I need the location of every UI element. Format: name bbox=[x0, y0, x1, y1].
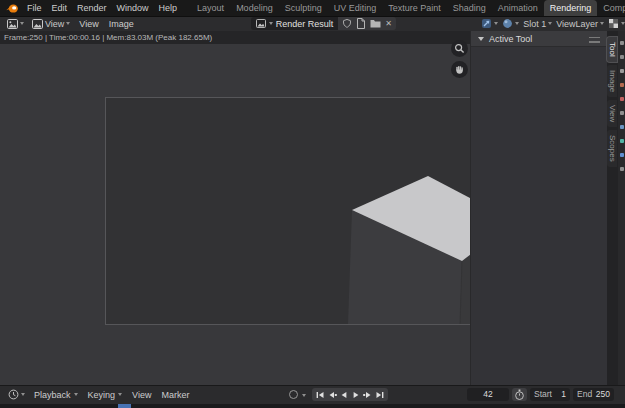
stopwatch-icon bbox=[514, 389, 525, 401]
next-keyframe-button[interactable] bbox=[362, 388, 374, 401]
keying-menu-label: Keying bbox=[88, 390, 116, 400]
tab-animation[interactable]: Animation bbox=[492, 0, 544, 16]
sidebar-tab-scopes[interactable]: Scopes bbox=[607, 130, 617, 167]
properties-tab-icon[interactable] bbox=[620, 153, 624, 157]
new-image-button[interactable] bbox=[354, 17, 368, 30]
tab-modeling[interactable]: Modeling bbox=[230, 0, 279, 16]
hand-icon bbox=[454, 64, 465, 75]
zoom-tool-button[interactable] bbox=[451, 40, 468, 57]
timeline-header: Playback Keying View Marker bbox=[0, 385, 625, 404]
chevron-down-icon bbox=[269, 22, 273, 25]
end-label: End bbox=[577, 388, 592, 401]
mode-selector[interactable]: View bbox=[28, 16, 74, 31]
properties-tab-icon[interactable] bbox=[620, 125, 624, 129]
properties-tab-icon[interactable] bbox=[620, 83, 624, 87]
main-menu-bar: File Edit Render Window Help bbox=[22, 3, 182, 13]
frame-end-field[interactable]: End 250 bbox=[573, 388, 614, 401]
display-channels-dropdown[interactable] bbox=[608, 18, 625, 29]
image-browse-field[interactable]: Render Result bbox=[251, 17, 339, 30]
panel-drag-handle-icon[interactable] bbox=[589, 37, 600, 41]
jump-to-start-button[interactable] bbox=[314, 388, 326, 401]
properties-tab-icon[interactable] bbox=[620, 97, 624, 101]
status-progress-chip bbox=[118, 404, 131, 408]
unlink-image-button[interactable]: ✕ bbox=[383, 17, 394, 30]
open-image-button[interactable] bbox=[368, 17, 383, 30]
play-reverse-button[interactable] bbox=[338, 388, 350, 401]
view-layer-selector[interactable]: ViewLayer bbox=[556, 19, 604, 29]
header-right-controls: Slot 1 ViewLayer bbox=[481, 18, 625, 29]
sidebar-tabstrip: Tool Image View Scopes bbox=[607, 31, 618, 385]
auto-keying-record-button[interactable] bbox=[289, 390, 298, 399]
blender-window: File Edit Render Window Help Layout Mode… bbox=[0, 0, 625, 408]
properties-tab-icon[interactable] bbox=[620, 167, 624, 171]
gizmo-arrow-icon bbox=[481, 18, 492, 29]
chevron-down-icon bbox=[66, 22, 70, 25]
preview-range-button[interactable] bbox=[512, 388, 527, 401]
timeline-view-menu[interactable]: View bbox=[127, 390, 156, 400]
start-label: Start bbox=[534, 388, 552, 401]
properties-tab-icon[interactable] bbox=[620, 55, 624, 59]
slot-label: Slot 1 bbox=[523, 19, 546, 29]
properties-tab-icon[interactable] bbox=[620, 139, 624, 143]
frame-start-field[interactable]: Start 1 bbox=[530, 388, 570, 401]
menu-window[interactable]: Window bbox=[112, 3, 154, 13]
properties-tab-icon[interactable] bbox=[620, 111, 624, 115]
panel-title: Active Tool bbox=[489, 34, 532, 44]
overlays-dropdown[interactable] bbox=[502, 18, 519, 29]
jump-to-end-button[interactable] bbox=[374, 388, 386, 401]
image-menu[interactable]: Image bbox=[104, 19, 139, 29]
gizmos-dropdown[interactable] bbox=[481, 18, 498, 29]
playback-controls bbox=[312, 388, 388, 401]
sidebar-tab-image[interactable]: Image bbox=[607, 65, 617, 97]
menu-file[interactable]: File bbox=[22, 3, 47, 13]
pan-tool-button[interactable] bbox=[451, 61, 468, 78]
sidebar-tab-view[interactable]: View bbox=[607, 100, 617, 127]
image-icon bbox=[256, 19, 266, 28]
end-value: 250 bbox=[596, 388, 610, 401]
menu-edit[interactable]: Edit bbox=[47, 3, 73, 13]
properties-tab-icon[interactable] bbox=[620, 41, 624, 45]
chevron-down-icon bbox=[21, 393, 25, 396]
image-datablock-name: Render Result bbox=[276, 19, 334, 29]
editor-type-button[interactable] bbox=[3, 16, 28, 31]
chevron-down-icon bbox=[20, 22, 24, 25]
play-button[interactable] bbox=[350, 388, 362, 401]
menu-help[interactable]: Help bbox=[154, 3, 183, 13]
tab-rendering[interactable]: Rendering bbox=[544, 0, 598, 16]
menu-render[interactable]: Render bbox=[72, 3, 112, 13]
playback-menu[interactable]: Playback bbox=[29, 390, 83, 400]
previous-keyframe-button[interactable] bbox=[326, 388, 338, 401]
slot-selector[interactable]: Slot 1 bbox=[523, 19, 552, 29]
properties-tab-icon[interactable] bbox=[620, 69, 624, 73]
new-file-icon bbox=[356, 18, 366, 29]
tab-sculpting[interactable]: Sculpting bbox=[279, 0, 328, 16]
image-datablock-selector: Render Result bbox=[251, 17, 396, 30]
current-frame-field[interactable]: 42 bbox=[467, 388, 509, 401]
fake-user-button[interactable] bbox=[340, 17, 354, 30]
tab-uv-editing[interactable]: UV Editing bbox=[328, 0, 383, 16]
folder-icon bbox=[370, 19, 381, 28]
clock-icon bbox=[8, 389, 19, 400]
view-menu[interactable]: View bbox=[74, 19, 103, 29]
blender-logo-icon[interactable] bbox=[5, 3, 19, 14]
tab-layout[interactable]: Layout bbox=[191, 0, 230, 16]
tab-shading[interactable]: Shading bbox=[447, 0, 492, 16]
chevron-down-icon bbox=[478, 37, 484, 41]
image-editor-header: View View Image Render Result bbox=[0, 16, 625, 31]
sidebar-panel: Active Tool bbox=[470, 31, 607, 385]
timeline-editor-type-button[interactable] bbox=[4, 387, 29, 402]
magnifier-icon bbox=[454, 43, 465, 54]
chevron-down-icon bbox=[494, 22, 498, 25]
view-layer-label: ViewLayer bbox=[556, 19, 598, 29]
shield-icon bbox=[342, 18, 352, 29]
chevron-down-icon[interactable] bbox=[302, 394, 306, 397]
active-tool-panel-header[interactable]: Active Tool bbox=[471, 31, 607, 47]
tab-compositing[interactable]: Compositing bbox=[597, 0, 625, 16]
image-datablock-buttons: ✕ bbox=[338, 17, 396, 30]
checker-icon bbox=[608, 18, 619, 29]
tab-texture-paint[interactable]: Texture Paint bbox=[382, 0, 447, 16]
marker-menu[interactable]: Marker bbox=[156, 390, 194, 400]
keying-menu[interactable]: Keying bbox=[83, 390, 128, 400]
sidebar-tab-tool[interactable]: Tool bbox=[607, 37, 617, 62]
chevron-down-icon bbox=[621, 22, 625, 25]
